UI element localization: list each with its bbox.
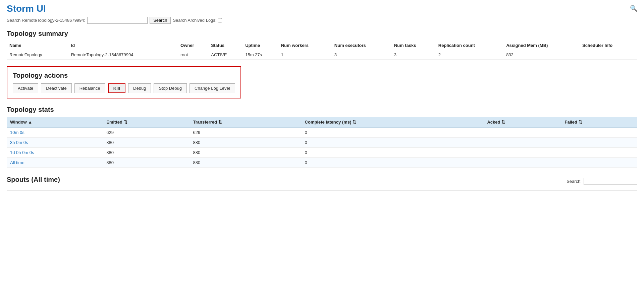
col-num-executors: Num executors bbox=[332, 41, 391, 50]
summary-cell: 15m 27s bbox=[243, 50, 278, 60]
top-search-icon[interactable]: 🔍 bbox=[630, 5, 637, 12]
stats-cell: 629 bbox=[190, 128, 301, 138]
stats-cell bbox=[484, 158, 561, 168]
table-row: All time8808800 bbox=[7, 158, 637, 168]
stats-cell: 0 bbox=[302, 158, 484, 168]
stats-cell: 0 bbox=[302, 128, 484, 138]
col-replication-count: Replication count bbox=[436, 41, 503, 50]
spouts-title: Spouts (All time) bbox=[7, 176, 60, 184]
col-num-workers: Num workers bbox=[278, 41, 332, 50]
app-title: Storm UI bbox=[7, 3, 637, 14]
stats-cell: 880 bbox=[103, 148, 190, 158]
summary-cell: ACTIVE bbox=[208, 50, 243, 60]
stats-col-complete-latency-(ms)[interactable]: Complete latency (ms) ⇅ bbox=[302, 117, 484, 128]
stats-window-cell[interactable]: All time bbox=[7, 158, 103, 168]
stats-col-acked[interactable]: Acked ⇅ bbox=[484, 117, 561, 128]
col-assigned-mem: Assigned Mem (MB) bbox=[503, 41, 580, 50]
topology-actions-title: Topology actions bbox=[13, 72, 235, 79]
stats-cell: 629 bbox=[103, 128, 190, 138]
topology-summary-table: Name Id Owner Status Uptime Num workers … bbox=[7, 41, 637, 60]
stats-cell bbox=[484, 128, 561, 138]
col-uptime: Uptime bbox=[243, 41, 278, 50]
table-row: RemoteTopologyRemoteTopology-2-154867999… bbox=[7, 50, 637, 60]
stats-col-emitted[interactable]: Emitted ⇅ bbox=[103, 117, 190, 128]
stats-cell bbox=[561, 128, 637, 138]
col-status: Status bbox=[208, 41, 243, 50]
table-row: 3h 0m 0s8808800 bbox=[7, 138, 637, 148]
action-btn-kill[interactable]: Kill bbox=[108, 83, 125, 93]
topology-actions-box: Topology actions ActivateDeactivateRebal… bbox=[7, 66, 241, 98]
col-id: Id bbox=[68, 41, 178, 50]
spouts-search-input[interactable] bbox=[584, 178, 637, 185]
stats-cell: 880 bbox=[190, 148, 301, 158]
search-bar-label: Search RemoteTopology-2-1548679994: bbox=[7, 18, 85, 23]
spouts-divider bbox=[7, 190, 637, 191]
stats-cell bbox=[484, 138, 561, 148]
stats-col-window[interactable]: Window ▲ bbox=[7, 117, 103, 128]
search-button[interactable]: Search bbox=[150, 17, 171, 24]
stats-window-cell[interactable]: 1d 0h 0m 0s bbox=[7, 148, 103, 158]
action-buttons-container: ActivateDeactivateRebalanceKillDebugStop… bbox=[13, 83, 235, 93]
summary-cell bbox=[580, 50, 637, 60]
topology-stats-title: Topology stats bbox=[7, 106, 637, 114]
spouts-header: Spouts (All time) Search: bbox=[7, 176, 637, 187]
col-num-tasks: Num tasks bbox=[391, 41, 436, 50]
stats-col-failed[interactable]: Failed ⇅ bbox=[561, 117, 637, 128]
search-bar: Search RemoteTopology-2-1548679994: Sear… bbox=[7, 17, 637, 24]
table-row: 10m 0s6296290 bbox=[7, 128, 637, 138]
summary-cell: root bbox=[178, 50, 208, 60]
topology-stats-table: Window ▲Emitted ⇅Transferred ⇅Complete l… bbox=[7, 117, 637, 168]
col-name: Name bbox=[7, 41, 68, 50]
summary-table-header-row: Name Id Owner Status Uptime Num workers … bbox=[7, 41, 637, 50]
stats-cell bbox=[561, 158, 637, 168]
stats-cell: 0 bbox=[302, 138, 484, 148]
col-scheduler-info: Scheduler Info bbox=[580, 41, 637, 50]
summary-cell: RemoteTopology bbox=[7, 50, 68, 60]
stats-cell: 880 bbox=[190, 158, 301, 168]
col-owner: Owner bbox=[178, 41, 208, 50]
topology-summary-section: Topology summary Name Id Owner Status Up… bbox=[7, 30, 637, 60]
stats-window-cell[interactable]: 3h 0m 0s bbox=[7, 138, 103, 148]
topology-stats-section: Topology stats Window ▲Emitted ⇅Transfer… bbox=[7, 106, 637, 168]
stats-cell: 880 bbox=[103, 138, 190, 148]
stats-cell bbox=[561, 138, 637, 148]
summary-cell: 832 bbox=[503, 50, 580, 60]
summary-cell: 2 bbox=[436, 50, 503, 60]
stats-cell: 880 bbox=[190, 138, 301, 148]
action-btn-rebalance[interactable]: Rebalance bbox=[74, 83, 105, 93]
spouts-section: Spouts (All time) Search: bbox=[7, 176, 637, 191]
stats-cell: 0 bbox=[302, 148, 484, 158]
action-btn-activate[interactable]: Activate bbox=[13, 83, 38, 93]
action-btn-stop-debug[interactable]: Stop Debug bbox=[154, 83, 187, 93]
spouts-search: Search: bbox=[567, 178, 637, 185]
topology-summary-title: Topology summary bbox=[7, 30, 637, 38]
action-btn-change-log-level[interactable]: Change Log Level bbox=[190, 83, 235, 93]
stats-table-header-row: Window ▲Emitted ⇅Transferred ⇅Complete l… bbox=[7, 117, 637, 128]
stats-cell: 880 bbox=[103, 158, 190, 168]
action-btn-debug[interactable]: Debug bbox=[128, 83, 151, 93]
archived-logs-checkbox[interactable] bbox=[218, 18, 222, 22]
summary-cell: 3 bbox=[391, 50, 436, 60]
action-btn-deactivate[interactable]: Deactivate bbox=[41, 83, 71, 93]
table-row: 1d 0h 0m 0s8808800 bbox=[7, 148, 637, 158]
summary-cell: RemoteTopology-2-1548679994 bbox=[68, 50, 178, 60]
stats-cell bbox=[561, 148, 637, 158]
search-input[interactable] bbox=[87, 17, 148, 24]
stats-cell bbox=[484, 148, 561, 158]
stats-col-transferred[interactable]: Transferred ⇅ bbox=[190, 117, 301, 128]
summary-cell: 1 bbox=[278, 50, 332, 60]
summary-cell: 3 bbox=[332, 50, 391, 60]
archived-logs-label[interactable]: Search Archived Logs: bbox=[173, 18, 222, 23]
stats-window-cell[interactable]: 10m 0s bbox=[7, 128, 103, 138]
spouts-search-label: Search: bbox=[567, 179, 582, 184]
